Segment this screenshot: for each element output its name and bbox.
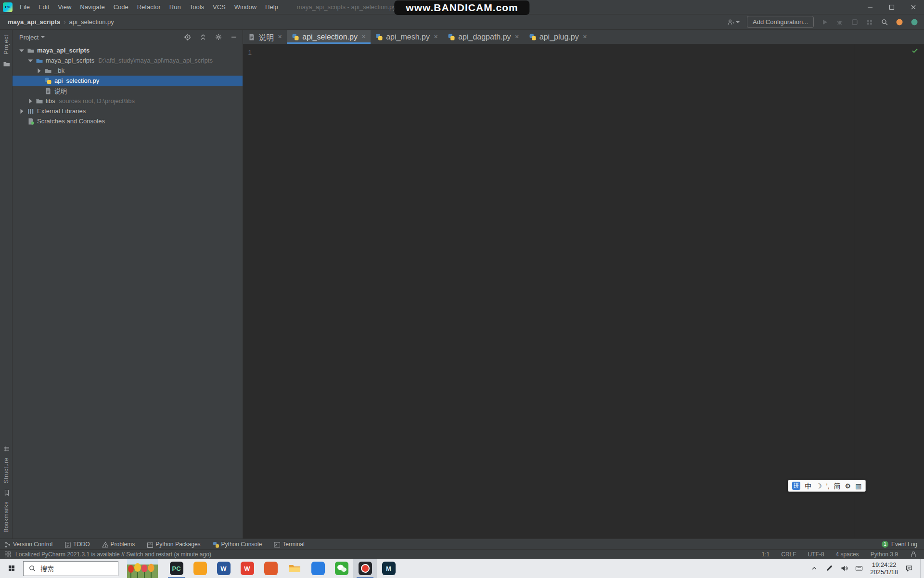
python-interpreter[interactable]: Python 3.9 — [871, 551, 898, 558]
ime-item-item-5[interactable]: ⚙ — [845, 483, 851, 489]
taskbar-app-wechat[interactable] — [330, 559, 353, 578]
chevron-right-icon[interactable] — [35, 67, 43, 75]
ime-item-logo[interactable]: 拼 — [792, 482, 800, 490]
tool-window-python-console[interactable]: Python Console — [212, 541, 262, 548]
stripe-item-bookmarks[interactable]: Bookmarks — [3, 501, 10, 533]
tab-api_selection.py[interactable]: api_selection.py✕ — [287, 30, 371, 44]
show-desktop-button[interactable] — [920, 559, 923, 578]
tool-window-terminal[interactable]: Terminal — [273, 541, 304, 548]
close-icon[interactable]: ✕ — [583, 34, 587, 40]
taskbar-app-maya[interactable]: M — [377, 559, 400, 578]
news-weather-widget[interactable] — [127, 559, 158, 578]
hide-icon[interactable] — [230, 33, 238, 41]
inspections-ok-icon[interactable] — [911, 47, 919, 54]
code-with-me-button[interactable] — [727, 18, 740, 26]
breadcrumb-api_selection.py[interactable]: api_selection.py — [69, 18, 114, 26]
chevron-down-icon[interactable] — [26, 57, 35, 65]
stripe-item-structure[interactable]: Structure — [3, 458, 10, 483]
project-panel-title[interactable]: Project — [19, 34, 38, 41]
taskbar-search-input[interactable]: 搜索 — [23, 561, 118, 576]
close-button[interactable] — [902, 0, 924, 14]
menu-help[interactable]: Help — [261, 3, 282, 11]
tool-window-switcher-icon[interactable] — [4, 551, 12, 558]
locate-icon[interactable] — [184, 33, 192, 41]
status-message[interactable]: Localized PyCharm 2021.3.1 is available … — [15, 551, 211, 558]
file-encoding[interactable]: UTF-8 — [808, 551, 824, 558]
touch-keyboard-icon[interactable] — [855, 565, 863, 572]
profile-avatar-icon[interactable] — [896, 18, 903, 26]
coverage-button[interactable] — [851, 18, 859, 26]
tool-window-python-packages[interactable]: Python Packages — [146, 541, 200, 548]
tab-api_dagpath.py[interactable]: api_dagpath.py✕ — [443, 30, 524, 44]
tool-window-version-control[interactable]: Version Control — [4, 541, 52, 548]
taskbar-clock[interactable]: 19:24:22 2025/1/18 — [870, 561, 898, 576]
tree-item-libs[interactable]: libssources root, D:\project\libs — [13, 96, 243, 106]
code-editing-area[interactable] — [261, 44, 924, 539]
taskbar-app-pycharm[interactable]: PC — [165, 559, 188, 578]
chevron-down-icon[interactable] — [17, 47, 26, 54]
debug-button[interactable] — [836, 18, 844, 26]
taskbar-app-word[interactable]: W — [212, 559, 235, 578]
breadcrumb-maya_api_scripts[interactable]: maya_api_scripts — [8, 18, 60, 26]
tree-item-api_selection.py[interactable]: api_selection.py — [13, 76, 243, 86]
close-icon[interactable]: ✕ — [434, 34, 438, 40]
minimize-button[interactable] — [859, 0, 881, 14]
tab-api_mesh.py[interactable]: api_mesh.py✕ — [371, 30, 443, 44]
indent-setting[interactable]: 4 spaces — [836, 551, 859, 558]
action-center-icon[interactable] — [905, 565, 913, 572]
chevron-right-icon[interactable] — [26, 97, 35, 105]
stripe-item-project[interactable]: Project — [3, 35, 10, 54]
tab-item-0[interactable]: 说明✕ — [243, 30, 287, 44]
menu-view[interactable]: View — [53, 3, 76, 11]
ime-item-item-3[interactable]: ’, — [826, 483, 830, 489]
taskbar-app-app-blue[interactable] — [306, 559, 330, 578]
tree-item-external-libraries[interactable]: External Libraries — [13, 106, 243, 116]
taskbar-app-bandicam[interactable] — [353, 559, 377, 578]
tree-item-maya_api_scripts[interactable]: maya_api_scripts — [13, 45, 243, 55]
taskbar-app-app-red[interactable] — [259, 559, 282, 578]
close-icon[interactable]: ✕ — [361, 34, 366, 40]
tree-item-scratches-and-consoles[interactable]: Scratches and Consoles — [13, 116, 243, 126]
tree-item-item-4[interactable]: 说明 — [13, 86, 243, 96]
menu-tools[interactable]: Tools — [185, 3, 208, 11]
line-ending[interactable]: CRLF — [781, 551, 796, 558]
ime-item-item-6[interactable]: ▥ — [855, 483, 861, 489]
menu-file[interactable]: File — [15, 3, 34, 11]
ime-item-item-2[interactable]: ☽ — [816, 483, 822, 489]
chevron-right-icon[interactable] — [17, 107, 26, 115]
lock-icon[interactable] — [910, 551, 917, 558]
close-icon[interactable]: ✕ — [278, 34, 282, 40]
profiler-button[interactable] — [866, 18, 873, 26]
tray-chevron-up-icon[interactable] — [810, 565, 818, 572]
add-configuration-button[interactable]: Add Configuration... — [747, 16, 814, 28]
collapse-icon[interactable] — [199, 33, 207, 41]
caret-position[interactable]: 1:1 — [762, 551, 770, 558]
menu-navigate[interactable]: Navigate — [76, 3, 109, 11]
tree-item-_bk[interactable]: _bk — [13, 66, 243, 76]
menu-run[interactable]: Run — [165, 3, 185, 11]
ime-item-item-4[interactable]: 简 — [834, 483, 841, 489]
close-icon[interactable]: ✕ — [515, 34, 519, 40]
ide-settings-icon[interactable] — [911, 18, 918, 26]
tool-window-todo[interactable]: TODO — [64, 541, 90, 548]
taskbar-app-wps[interactable]: W — [235, 559, 259, 578]
pen-icon[interactable] — [825, 565, 833, 572]
ime-item-item-1[interactable]: 中 — [805, 483, 811, 489]
menu-vcs[interactable]: VCS — [208, 3, 230, 11]
settings-icon[interactable] — [215, 33, 222, 41]
menu-edit[interactable]: Edit — [34, 3, 53, 11]
search-everywhere-icon[interactable] — [881, 18, 888, 26]
folder-icon[interactable] — [3, 60, 10, 67]
tab-api_plug.py[interactable]: api_plug.py✕ — [524, 30, 592, 44]
taskbar-app-app-orange[interactable] — [188, 559, 212, 578]
volume-icon[interactable] — [840, 565, 848, 572]
run-button[interactable] — [821, 18, 829, 26]
menu-refactor[interactable]: Refactor — [133, 3, 165, 11]
chevron-down-icon[interactable] — [41, 36, 45, 38]
tool-window-problems[interactable]: Problems — [102, 541, 135, 548]
tree-item-maya_api_scripts[interactable]: maya_api_scriptsD:\afd_study\maya_api\ma… — [13, 55, 243, 66]
taskbar-app-file-explorer[interactable] — [282, 559, 306, 578]
event-log-button[interactable]: 1Event Log — [882, 541, 917, 548]
menu-code[interactable]: Code — [109, 3, 133, 11]
start-button[interactable] — [0, 559, 23, 578]
